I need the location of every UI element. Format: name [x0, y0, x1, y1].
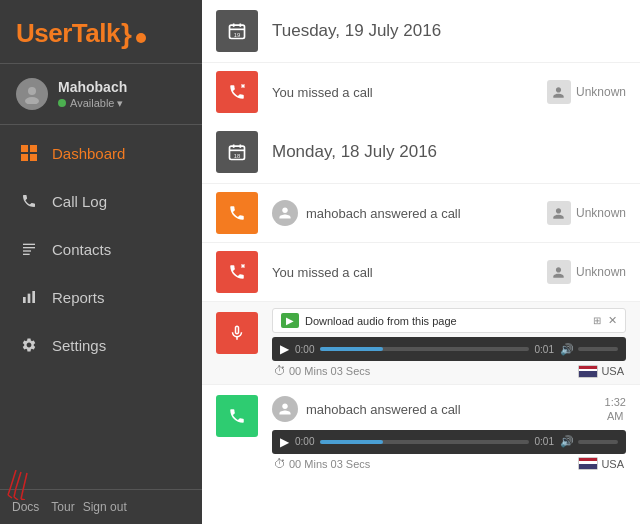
main-content: 19 Tuesday, 19 July 2016 You missed a ca…	[202, 0, 640, 524]
caller-avatar	[272, 200, 298, 226]
duration-info-1: ⏱ 00 Mins 03 Secs	[274, 364, 370, 378]
user-info: Mahobach Available ▾	[58, 79, 127, 110]
progress-bar-2[interactable]	[320, 440, 528, 444]
country-flag-1: USA	[578, 365, 624, 378]
user-area: Mahobach Available ▾	[0, 63, 202, 125]
usa-flag-2	[578, 457, 598, 470]
call-row-missed-2: You missed a call Unknown	[202, 242, 640, 301]
volume-icon-2: 🔊	[560, 435, 574, 448]
clock-icon-2: ⏱	[274, 457, 286, 471]
call-text: You missed a call	[272, 85, 547, 100]
call-info-2: mahobach answered a call	[272, 200, 547, 226]
svg-line-13	[11, 470, 16, 486]
sidebar-item-label: Dashboard	[52, 145, 125, 162]
country-name-2: USA	[601, 458, 624, 470]
avatar	[16, 78, 48, 110]
svg-point-1	[25, 97, 39, 104]
svg-rect-10	[23, 297, 26, 303]
progress-fill-1	[320, 347, 382, 351]
volume-bar-2[interactable]	[578, 440, 618, 444]
contacts-icon	[18, 238, 40, 260]
svg-rect-4	[21, 154, 28, 161]
audio-player-2[interactable]: ▶ 0:00 0:01 🔊	[272, 430, 626, 454]
status-dot	[58, 99, 66, 107]
svg-rect-12	[32, 291, 35, 303]
svg-rect-9	[23, 254, 30, 255]
play-button-1[interactable]: ▶	[280, 342, 289, 356]
audio-time-start-2: 0:00	[295, 436, 314, 447]
answered-orange-icon	[216, 192, 258, 234]
user-name: Mahobach	[58, 79, 127, 95]
download-play-btn[interactable]: ▶	[281, 313, 299, 328]
duration-text-2: 00 Mins 03 Secs	[289, 458, 370, 470]
answered-green-icon	[216, 395, 258, 437]
logo-area: UserTalk }	[0, 0, 202, 63]
audio-time-end-1: 0:01	[535, 344, 554, 355]
svg-line-19	[23, 473, 27, 490]
sidebar-item-label: Call Log	[52, 193, 107, 210]
logo-bubble	[136, 33, 146, 43]
sidebar: UserTalk } Mahobach Available ▾ Dashboar…	[0, 0, 202, 524]
sidebar-item-contacts[interactable]: Contacts	[0, 225, 202, 273]
audio-player-1[interactable]: ▶ 0:00 0:01 🔊	[272, 337, 626, 361]
contact-name-2: Unknown	[576, 206, 626, 220]
time-label-2: 1:32AM	[605, 395, 626, 424]
tour-link[interactable]: Tour	[51, 500, 74, 514]
green-call-content: mahobach answered a call 1:32AM ▶ 0:00 0…	[272, 395, 626, 471]
audio-meta-1: ⏱ 00 Mins 03 Secs USA	[272, 364, 626, 378]
day-title-monday: Monday, 18 July 2016	[272, 142, 437, 162]
contact-name-3: Unknown	[576, 265, 626, 279]
call-info: You missed a call	[272, 85, 547, 100]
user-status[interactable]: Available ▾	[58, 97, 127, 110]
download-text: Download audio from this page	[305, 315, 593, 327]
duration-text-1: 00 Mins 03 Secs	[289, 365, 370, 377]
duration-info-2: ⏱ 00 Mins 03 Secs	[274, 457, 370, 471]
sidebar-item-label: Reports	[52, 289, 105, 306]
contact-name-1: Unknown	[576, 85, 626, 99]
bar-chart-icon	[18, 286, 40, 308]
bottom-bar: Docs Tour Sign out	[0, 489, 202, 524]
audio-content-1: ▶ Download audio from this page ⊞ ✕ ▶ 0:…	[272, 308, 626, 378]
gear-icon	[18, 334, 40, 356]
call-contact-2: Unknown	[547, 201, 626, 225]
sidebar-item-settings[interactable]: Settings	[0, 321, 202, 369]
svg-line-17	[14, 488, 16, 497]
signout-link[interactable]: Sign out	[83, 500, 127, 514]
caller-avatar-2	[272, 396, 298, 422]
contact-icon-3	[547, 260, 571, 284]
download-close-btn[interactable]: ✕	[608, 314, 617, 327]
sidebar-item-calllog[interactable]: Call Log	[0, 177, 202, 225]
grid-icon	[18, 142, 40, 164]
svg-text:18: 18	[234, 153, 240, 159]
svg-line-15	[8, 495, 12, 498]
svg-point-0	[28, 87, 36, 95]
svg-text:19: 19	[234, 32, 240, 38]
svg-rect-6	[23, 244, 35, 245]
logo-text: UserTalk	[16, 18, 120, 49]
svg-rect-5	[30, 154, 37, 161]
calendar-icon-2: 18	[216, 131, 258, 173]
volume-bar-1[interactable]	[578, 347, 618, 351]
progress-bar-1[interactable]	[320, 347, 528, 351]
svg-rect-8	[23, 250, 31, 251]
day-title-tuesday: Tuesday, 19 July 2016	[272, 21, 441, 41]
sidebar-item-label: Contacts	[52, 241, 111, 258]
call-text-4: mahobach answered a call	[306, 402, 605, 417]
call-row-answered-green: mahobach answered a call 1:32AM ▶ 0:00 0…	[202, 384, 640, 479]
sidebar-item-dashboard[interactable]: Dashboard	[0, 129, 202, 177]
clock-icon-1: ⏱	[274, 364, 286, 378]
arrows-decoration	[6, 470, 46, 500]
call-row-missed-1: You missed a call Unknown	[202, 62, 640, 121]
missed-call-icon	[216, 71, 258, 113]
svg-line-16	[16, 472, 21, 488]
svg-rect-11	[28, 294, 31, 303]
sidebar-item-reports[interactable]: Reports	[0, 273, 202, 321]
day-header-monday: 18 Monday, 18 July 2016	[202, 121, 640, 183]
contact-icon	[547, 80, 571, 104]
docs-link[interactable]: Docs	[12, 500, 39, 514]
call-text-3: You missed a call	[272, 265, 547, 280]
call-text-2: mahobach answered a call	[306, 206, 547, 221]
play-button-2[interactable]: ▶	[280, 435, 289, 449]
call-info-3: You missed a call	[272, 265, 547, 280]
missed-call-icon-2	[216, 251, 258, 293]
